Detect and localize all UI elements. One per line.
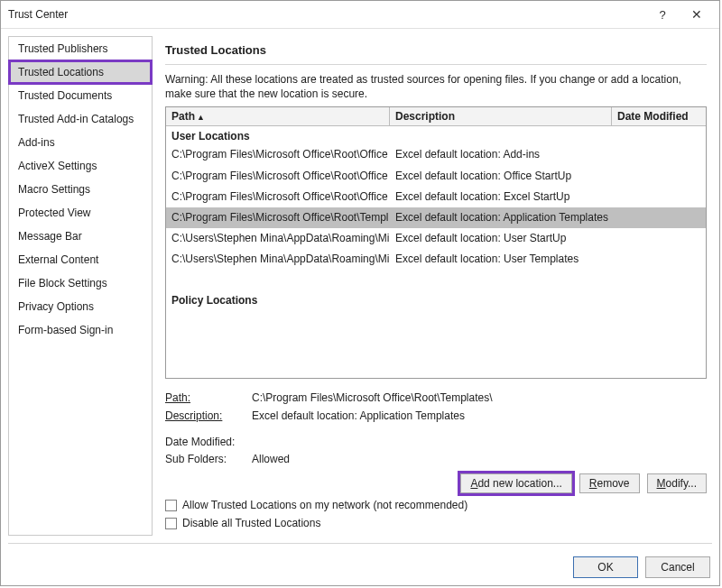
checkbox-icon[interactable] — [165, 518, 177, 529]
section-user-locations: User Locations — [166, 126, 706, 144]
detail-date-label: Date Modified: — [165, 434, 252, 451]
main-panel: Trusted Locations Warning: All these loc… — [153, 29, 719, 543]
warning-text: Warning: All these locations are treated… — [165, 72, 707, 101]
dialog-footer: OK Cancel — [573, 556, 710, 578]
section-policy-locations: Policy Locations — [166, 290, 706, 308]
panel-heading: Trusted Locations — [165, 38, 707, 65]
sidebar-item-message-bar[interactable]: Message Bar — [9, 225, 152, 248]
table-row[interactable]: C:\Program Files\Microsoft Office\Root\T… — [166, 207, 706, 228]
close-icon: ✕ — [691, 7, 702, 22]
add-new-location-button[interactable]: Add new location... — [460, 473, 571, 493]
help-button[interactable]: ? — [645, 1, 680, 28]
help-icon: ? — [659, 8, 665, 22]
sort-asc-icon: ▲ — [197, 113, 205, 122]
col-date-modified[interactable]: Date Modified — [612, 107, 706, 125]
sidebar: Trusted Publishers Trusted Locations Tru… — [8, 36, 153, 536]
sidebar-item-privacy-options[interactable]: Privacy Options — [9, 295, 152, 318]
sidebar-item-file-block-settings[interactable]: File Block Settings — [9, 271, 152, 295]
disable-all-checkbox-row[interactable]: Disable all Trusted Locations — [165, 517, 707, 529]
table-row[interactable]: C:\Program Files\Microsoft Office\Root\O… — [166, 144, 706, 165]
details-panel: Path: C:\Program Files\Microsoft Office\… — [165, 390, 707, 468]
locations-grid[interactable]: Path▲ Description Date Modified User Loc… — [165, 106, 707, 379]
sidebar-item-macro-settings[interactable]: Macro Settings — [9, 178, 152, 201]
remove-button[interactable]: Remove — [579, 473, 640, 493]
col-description[interactable]: Description — [390, 107, 612, 125]
detail-desc-label: Description: — [165, 408, 252, 425]
sidebar-item-activex-settings[interactable]: ActiveX Settings — [9, 154, 152, 178]
checkbox-icon[interactable] — [165, 500, 177, 511]
detail-desc-value: Excel default location: Application Temp… — [252, 408, 465, 425]
sidebar-item-trusted-documents[interactable]: Trusted Documents — [9, 84, 152, 107]
detail-path-label: Path: — [165, 390, 252, 407]
title-bar: Trust Center ? ✕ — [1, 1, 719, 29]
grid-body: User Locations C:\Program Files\Microsof… — [166, 126, 706, 308]
sidebar-item-trusted-addin-catalogs[interactable]: Trusted Add-in Catalogs — [9, 107, 152, 131]
table-row[interactable]: C:\Users\Stephen Mina\AppData\Roaming\Mi… — [166, 228, 706, 249]
trust-center-dialog: Trust Center ? ✕ Trusted Publishers Trus… — [0, 0, 720, 586]
col-path[interactable]: Path▲ — [166, 107, 390, 125]
sidebar-item-trusted-publishers[interactable]: Trusted Publishers — [9, 37, 152, 60]
sidebar-item-external-content[interactable]: External Content — [9, 248, 152, 271]
close-button[interactable]: ✕ — [680, 1, 714, 28]
table-row[interactable]: C:\Program Files\Microsoft Office\Root\O… — [166, 166, 706, 187]
cancel-button[interactable]: Cancel — [645, 556, 710, 578]
detail-subfolders-label: Sub Folders: — [165, 451, 252, 468]
table-row[interactable]: C:\Users\Stephen Mina\AppData\Roaming\Mi… — [166, 249, 706, 270]
sidebar-item-trusted-locations[interactable]: Trusted Locations — [9, 60, 152, 84]
window-title: Trust Center — [8, 8, 645, 21]
disable-all-label: Disable all Trusted Locations — [182, 517, 320, 529]
detail-path-value: C:\Program Files\Microsoft Office\Root\T… — [252, 390, 493, 407]
location-buttons-row: Add new location... Remove Modify... — [165, 473, 707, 493]
ok-button[interactable]: OK — [573, 556, 638, 578]
allow-network-checkbox-row[interactable]: Allow Trusted Locations on my network (n… — [165, 499, 707, 511]
table-row[interactable]: C:\Program Files\Microsoft Office\Root\O… — [166, 187, 706, 207]
sidebar-item-protected-view[interactable]: Protected View — [9, 201, 152, 225]
allow-network-label: Allow Trusted Locations on my network (n… — [182, 499, 467, 511]
modify-button[interactable]: Modify... — [647, 473, 707, 493]
sidebar-item-form-based-sign-in[interactable]: Form-based Sign-in — [9, 318, 152, 342]
sidebar-item-add-ins[interactable]: Add-ins — [9, 131, 152, 154]
footer-separator — [8, 543, 712, 544]
grid-header: Path▲ Description Date Modified — [166, 107, 706, 126]
detail-subfolders-value: Allowed — [252, 451, 290, 468]
